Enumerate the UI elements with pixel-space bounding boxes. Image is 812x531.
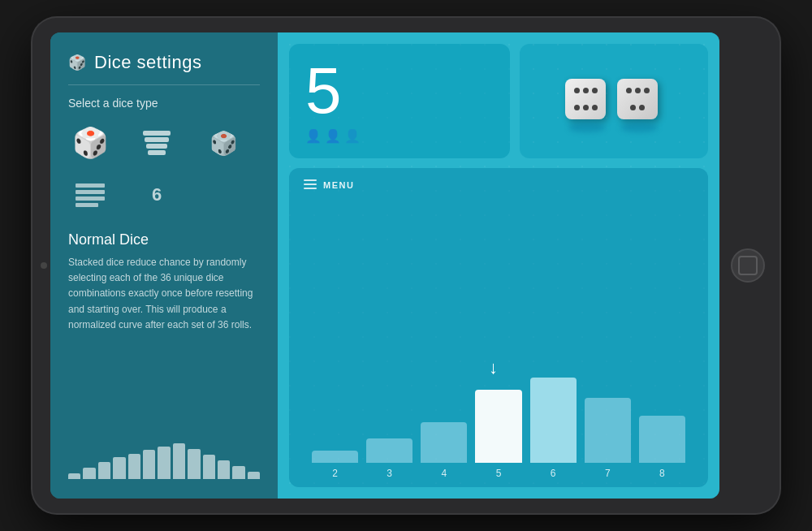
normal-dice-icon: 🎲 [72,126,109,160]
dice-3d-1 [565,79,611,124]
mini-bar-12 [232,466,244,479]
brick-icon [222,184,224,205]
dice-type-grid: 🎲 🎲 [68,121,260,217]
home-button-inner [738,256,758,275]
mini-bar-11 [218,460,230,479]
row3 [76,196,105,201]
dot-b [635,88,641,93]
menu-label-text: MENU [323,180,354,190]
x-label-7: 7 [585,468,631,479]
bar-col-4 [421,422,467,463]
camera-dot [41,262,47,269]
chart-area: ↓ [304,202,693,479]
x-label-3: 3 [366,468,412,479]
menu-icon [304,179,317,191]
bar-col-2 [312,451,358,463]
dot-4 [574,105,580,110]
dot-1 [574,88,580,93]
dice-type-rows[interactable] [68,173,112,217]
dot-e [639,105,645,110]
dice-shadow-1 [568,123,606,132]
mini-bar-1 [68,473,80,479]
bar-8 [639,416,685,463]
panel-title: 🎲 Dice settings [68,52,260,85]
dice-shadow-2 [620,123,658,132]
bar-2 [312,451,358,463]
menu-line-3 [304,188,317,189]
right-panel: 5 👤 👤 👤 [278,32,719,499]
mini-bar-7 [158,447,170,479]
mini-chart [68,430,260,479]
player-icon-3: 👤 [344,128,361,144]
chart-menu-label: MENU [304,179,693,191]
dice-type-custom2[interactable] [201,173,245,217]
mini-bar-13 [248,472,260,479]
layer1 [143,131,171,136]
layer2 [145,137,169,142]
x-label-6: 6 [530,468,577,479]
x-label-2: 2 [312,468,358,479]
bar-col-6 [530,378,577,463]
bar-3 [366,438,412,463]
dice-settings-icon: 🎲 [68,54,86,71]
dice-type-stacked[interactable] [135,121,179,165]
row1 [76,183,105,188]
layer3 [146,144,167,149]
dice-description: Stacked dice reduce chance by randomly s… [68,255,260,430]
dice-face-2 [617,79,658,119]
mini-bar-3 [98,462,110,479]
row4 [76,203,98,207]
mini-bar-10 [203,455,215,479]
row2 [76,190,105,194]
mini-bar-5 [128,454,140,479]
selected-dice-name: Normal Dice [68,231,260,248]
custom1-dice-icon: 🎲 [209,130,238,157]
num6-icon: 6 [152,184,162,205]
dot-2 [583,88,589,93]
bar-5 [475,390,521,463]
mini-bar-8 [173,443,185,479]
x-label-5: 5 [475,468,521,479]
menu-line-1 [304,179,317,181]
dice-type-custom1[interactable]: 🎲 [201,121,245,165]
dice-type-num6[interactable]: 6 [135,173,179,217]
score-card: 5 👤 👤 👤 [289,44,510,158]
dice-3d-2 [617,79,663,124]
dot-c [644,88,650,93]
x-label-4: 4 [421,468,467,479]
dot-a [626,88,632,93]
dice-type-normal[interactable]: 🎲 [68,121,112,165]
dot-d [630,105,636,110]
top-row: 5 👤 👤 👤 [289,44,708,158]
down-arrow-indicator: ↓ [489,357,498,378]
dot-3 [592,88,598,93]
player-icon-1: 👤 [305,128,322,144]
menu-line-2 [304,183,317,185]
x-label-8: 8 [639,468,685,479]
score-number: 5 [305,58,342,123]
bar-col-8 [639,416,685,463]
dot-6 [592,105,598,110]
player-icons: 👤 👤 👤 [305,128,361,144]
bar-6 [530,378,577,463]
bars-container: ↓ [304,357,693,463]
rows-icon [76,183,105,207]
layer4 [148,150,166,155]
mini-bar-2 [83,468,95,479]
dice-face-1 [565,79,606,119]
dot-5 [583,105,589,110]
dice-3d-container [565,79,663,124]
bar-col-5 [475,390,521,463]
tablet-device: 🎲 Dice settings Select a dice type 🎲 [32,18,780,513]
home-button[interactable] [731,248,765,283]
x-axis-labels: 2 3 4 5 6 7 8 [304,463,693,479]
left-panel: 🎲 Dice settings Select a dice type 🎲 [50,32,278,499]
bar-4 [421,422,467,463]
mini-bar-9 [188,449,200,479]
bar-7 [585,398,631,463]
mini-bar-4 [113,457,125,479]
select-label: Select a dice type [68,97,260,110]
tablet-screen: 🎲 Dice settings Select a dice type 🎲 [50,32,719,499]
chart-section: MENU ↓ [289,168,708,487]
panel-title-text: Dice settings [94,52,201,73]
